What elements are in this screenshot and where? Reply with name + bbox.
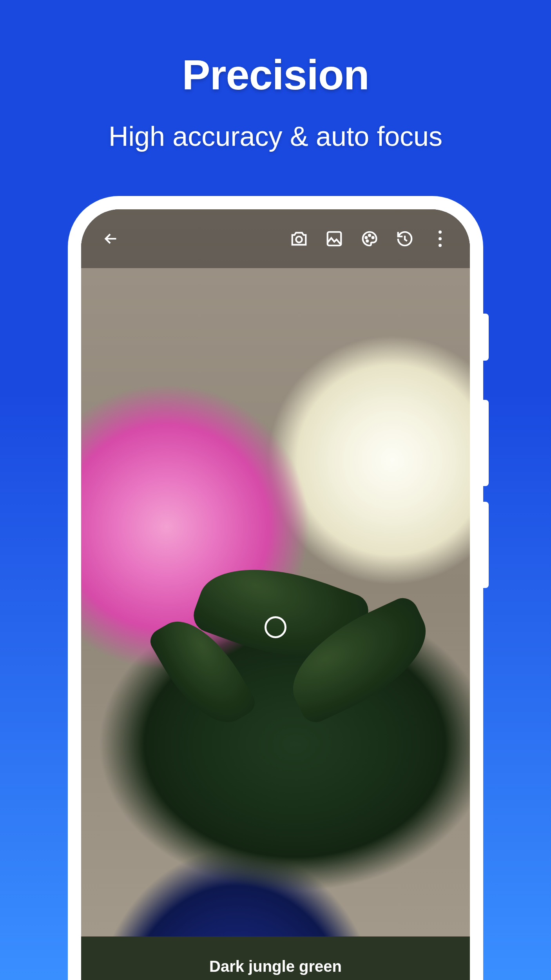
camera-viewfinder[interactable]	[81, 209, 470, 980]
image-icon	[325, 230, 343, 248]
more-button[interactable]	[424, 223, 456, 254]
svg-point-0	[296, 236, 302, 242]
palette-icon	[361, 230, 379, 248]
history-icon	[396, 230, 414, 248]
svg-point-3	[369, 234, 370, 236]
arrow-left-icon	[102, 230, 120, 248]
camera-button[interactable]	[283, 223, 315, 254]
more-vert-icon	[439, 237, 442, 240]
focus-ring-icon[interactable]	[265, 616, 286, 638]
svg-point-5	[366, 240, 368, 242]
svg-point-2	[365, 237, 367, 238]
history-button[interactable]	[389, 223, 420, 254]
camera-icon	[290, 230, 308, 248]
phone-frame: Dark jungle green #202819	[68, 196, 483, 980]
promo-title: Precision	[182, 50, 369, 99]
promo-subtitle: High accuracy & auto focus	[109, 121, 442, 152]
back-button[interactable]	[95, 223, 127, 254]
detected-color-name: Dark jungle green	[89, 958, 462, 975]
palette-button[interactable]	[354, 223, 385, 254]
phone-side-button	[483, 314, 489, 361]
gallery-button[interactable]	[319, 223, 350, 254]
phone-side-button	[483, 502, 489, 588]
phone-screen: Dark jungle green #202819	[81, 209, 470, 980]
app-toolbar	[81, 209, 470, 268]
more-vert-icon	[439, 244, 442, 247]
svg-point-4	[372, 237, 374, 238]
phone-side-button	[483, 400, 489, 486]
more-vert-icon	[439, 230, 442, 234]
color-readout[interactable]: Dark jungle green #202819	[81, 936, 470, 980]
